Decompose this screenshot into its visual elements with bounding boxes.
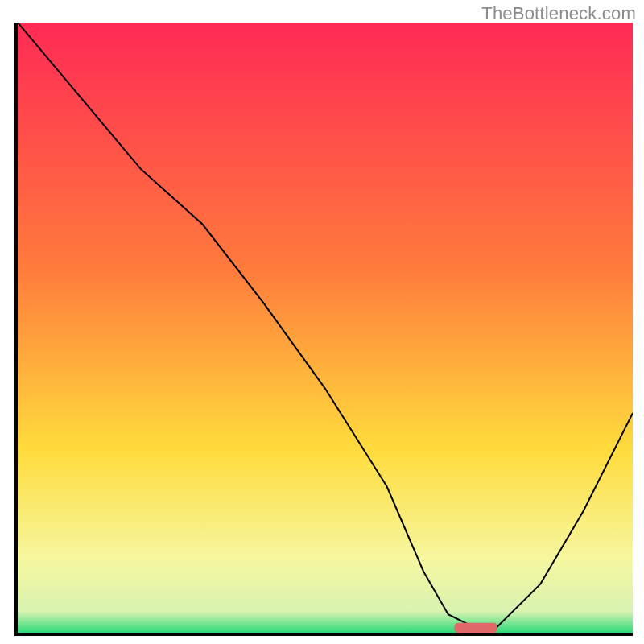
chart-root: TheBottleneck.com — [0, 0, 644, 644]
watermark-text: TheBottleneck.com — [481, 3, 636, 24]
plot-area — [14, 23, 633, 636]
optimal-range-marker — [18, 23, 633, 633]
svg-rect-1 — [454, 623, 497, 633]
